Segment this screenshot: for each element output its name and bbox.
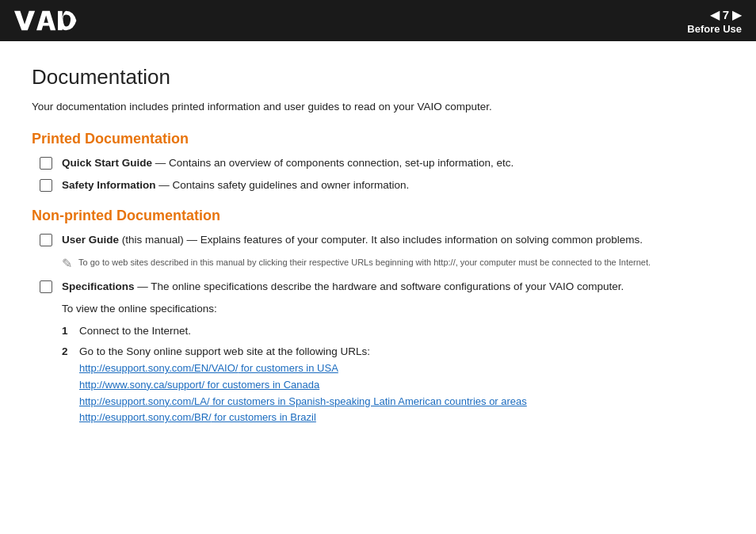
item-text: User Guide (this manual) — Explains feat… xyxy=(62,232,724,248)
item-text: Connect to the Internet. xyxy=(79,322,724,340)
page-number: 7 xyxy=(723,8,729,21)
item-title: User Guide xyxy=(62,234,119,246)
logo-area xyxy=(14,10,96,32)
nav-controls: ◀ 7 ▶ Before Use xyxy=(685,7,742,35)
note-text: To go to web sites described in this man… xyxy=(78,256,651,269)
item-desc: — Contains an overview of components con… xyxy=(152,157,514,169)
checkbox-icon xyxy=(40,280,52,293)
item-number: 2 xyxy=(62,343,79,360)
pencil-icon: ✎ xyxy=(62,256,72,271)
checkbox-icon xyxy=(40,234,52,246)
item-title: Specifications xyxy=(62,280,135,292)
list-item: Safety Information — Contains safety gui… xyxy=(32,177,724,193)
svg-marker-0 xyxy=(14,11,35,30)
section-printed: Printed Documentation Quick Start Guide … xyxy=(32,131,724,193)
note-block: ✎ To go to web sites described in this m… xyxy=(62,256,724,271)
list-item: Specifications — The online specificatio… xyxy=(32,279,724,295)
header: ◀ 7 ▶ Before Use xyxy=(0,0,756,41)
page-title: Documentation xyxy=(32,65,724,90)
item-text: Quick Start Guide — Contains an overview… xyxy=(62,155,724,171)
url-la[interactable]: http://esupport.sony.com/LA/ for custome… xyxy=(79,394,724,410)
forward-arrow[interactable]: ▶ xyxy=(732,7,742,22)
step2-text: Go to the Sony online support web site a… xyxy=(79,345,370,357)
url-canada[interactable]: http://www.sony.ca/support/ for customer… xyxy=(79,377,724,394)
svg-rect-2 xyxy=(40,23,49,26)
checkbox-icon xyxy=(40,157,52,170)
checkbox-icon xyxy=(40,179,52,192)
section-label: Before Use xyxy=(687,23,742,35)
section-non-printed: Non-printed Documentation User Guide (th… xyxy=(32,208,724,426)
item-desc: — Contains safety guidelines and owner i… xyxy=(156,179,410,191)
numbered-item: 2 Go to the Sony online support web site… xyxy=(62,343,724,426)
numbered-item: 1 Connect to the Internet. xyxy=(62,322,724,340)
sub-para: To view the online specifications: xyxy=(62,300,724,318)
vaio-logo xyxy=(14,10,96,32)
content-area: Documentation Your documentation include… xyxy=(0,41,756,446)
item-title: Quick Start Guide xyxy=(62,157,152,169)
item-number: 1 xyxy=(62,322,79,340)
list-item: Quick Start Guide — Contains an overview… xyxy=(32,155,724,171)
item-text: Safety Information — Contains safety gui… xyxy=(62,177,724,193)
item-desc: — The online specifications describe the… xyxy=(135,280,624,292)
item-text: Go to the Sony online support web site a… xyxy=(79,343,724,426)
list-item: User Guide (this manual) — Explains feat… xyxy=(32,232,724,248)
printed-heading: Printed Documentation xyxy=(32,131,724,147)
numbered-list: 1 Connect to the Internet. 2 Go to the S… xyxy=(62,322,724,426)
item-desc: (this manual) — Explains features of you… xyxy=(119,234,643,246)
non-printed-heading: Non-printed Documentation xyxy=(32,208,724,224)
svg-marker-1 xyxy=(36,11,55,30)
item-title: Safety Information xyxy=(62,179,156,191)
url-usa[interactable]: http://esupport.sony.com/EN/VAIO/ for cu… xyxy=(79,360,724,377)
intro-text: Your documentation includes printed info… xyxy=(32,99,724,115)
item-text: Specifications — The online specificatio… xyxy=(62,279,724,295)
back-arrow[interactable]: ◀ xyxy=(710,7,720,22)
url-br[interactable]: http://esupport.sony.com/BR/ for custome… xyxy=(79,410,724,426)
